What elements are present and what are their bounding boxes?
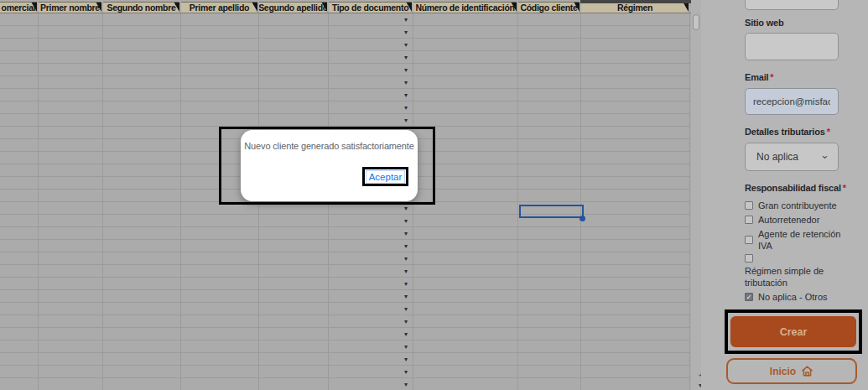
grid-row[interactable] <box>0 240 689 252</box>
required-asterisk: * <box>770 72 773 82</box>
dropdown-arrow-icon[interactable]: ▾ <box>402 205 410 212</box>
grid-row[interactable] <box>0 252 689 265</box>
dropdown-arrow-icon[interactable]: ▾ <box>402 382 410 388</box>
column-header[interactable]: Tipo de documento <box>329 2 412 13</box>
dropdown-arrow-icon[interactable]: ▾ <box>402 67 410 74</box>
previous-field[interactable] <box>745 0 839 10</box>
tax-details-label: Detalles tributarios* <box>745 127 830 137</box>
column-header[interactable]: Segundo nombre <box>103 2 179 13</box>
vertical-scrollbar[interactable] <box>691 0 701 390</box>
header-divider <box>0 13 701 13</box>
dropdown-arrow-icon[interactable]: ▾ <box>402 218 410 225</box>
dropdown-arrow-icon[interactable]: ▾ <box>402 294 410 300</box>
dropdown-arrow-icon[interactable]: ▾ <box>402 306 410 313</box>
grid-row[interactable] <box>0 341 689 353</box>
home-button-label: Inicio <box>770 366 796 377</box>
dropdown-arrow-icon[interactable]: ▾ <box>402 369 410 376</box>
fiscal-option: Régimen simple de tributación <box>745 254 857 289</box>
grid-row[interactable] <box>0 51 689 64</box>
email-label-text: Email <box>745 72 768 82</box>
email-input[interactable] <box>745 88 839 115</box>
fiscal-option: Agente de retención IVA <box>745 228 857 252</box>
required-asterisk: * <box>827 127 830 137</box>
grid-vline <box>689 13 690 390</box>
grid-row[interactable] <box>0 39 689 51</box>
column-header-label: Tipo de documento <box>332 3 409 13</box>
grid-row[interactable] <box>0 328 689 341</box>
accept-button[interactable]: Aceptar <box>366 170 406 184</box>
checkbox-unchecked[interactable] <box>745 254 753 263</box>
grid-row[interactable] <box>0 26 689 39</box>
checkbox-checked[interactable]: ✓ <box>745 293 753 301</box>
checkbox-unchecked[interactable] <box>745 201 753 210</box>
grid-row[interactable] <box>0 89 689 101</box>
header-notch-icon <box>511 2 517 12</box>
grid-row[interactable] <box>0 265 689 278</box>
column-header[interactable]: omercial <box>0 2 37 13</box>
fiscal-option: ✓No aplica - Otros <box>745 291 857 303</box>
scroll-down-icon[interactable]: ▾ <box>695 382 701 389</box>
home-icon <box>801 365 813 377</box>
grid-row[interactable] <box>0 114 689 127</box>
dropdown-arrow-icon[interactable]: ▾ <box>402 17 410 23</box>
grid-row[interactable] <box>0 227 689 240</box>
dropdown-arrow-icon[interactable]: ▾ <box>402 55 410 61</box>
fiscal-option-label: Régimen simple de tributación <box>745 265 829 289</box>
header-notch-icon <box>406 2 412 12</box>
dropdown-arrow-icon[interactable]: ▾ <box>402 319 410 325</box>
column-header[interactable]: Número de identificación <box>413 2 517 13</box>
fill-handle[interactable] <box>580 216 585 221</box>
column-header[interactable]: Segundo apellido <box>259 2 327 13</box>
grid-row[interactable] <box>0 278 689 290</box>
grid-row[interactable] <box>0 290 689 303</box>
grid-vline <box>517 13 518 390</box>
chevron-down-icon: ⌄ <box>820 148 829 161</box>
dropdown-arrow-icon[interactable]: ▾ <box>402 92 410 99</box>
column-header-label: Segundo nombre <box>107 3 175 13</box>
accept-button-annotation: Aceptar <box>362 167 408 186</box>
dialog-message: Nuevo cliente generado satisfactoriament… <box>241 141 418 151</box>
fiscal-option: Autorretenedor <box>745 214 857 226</box>
table-top-border <box>580 0 696 3</box>
grid-vline <box>38 13 39 390</box>
dropdown-arrow-icon[interactable]: ▾ <box>402 256 410 263</box>
grid-row[interactable] <box>0 101 689 114</box>
header-notch-icon <box>31 2 37 12</box>
grid-row[interactable] <box>0 76 689 89</box>
dropdown-arrow-icon[interactable]: ▾ <box>402 231 410 237</box>
column-header[interactable]: Primer apellido <box>181 2 257 13</box>
success-dialog: Nuevo cliente generado satisfactoriament… <box>241 130 418 201</box>
dropdown-arrow-icon[interactable]: ▾ <box>402 243 410 250</box>
grid-row[interactable] <box>0 378 689 390</box>
grid-row[interactable] <box>0 315 689 328</box>
column-header-label: Primer nombre <box>40 3 100 13</box>
grid-row[interactable] <box>0 366 689 378</box>
dropdown-arrow-icon[interactable]: ▾ <box>402 80 410 86</box>
website-input[interactable] <box>745 33 839 60</box>
grid-row[interactable] <box>0 64 689 76</box>
scrollbar-thumb[interactable] <box>693 14 699 30</box>
create-button[interactable]: Crear <box>730 316 856 347</box>
dropdown-arrow-icon[interactable]: ▾ <box>402 117 410 124</box>
dropdown-arrow-icon[interactable]: ▾ <box>402 268 410 275</box>
dropdown-arrow-icon[interactable]: ▾ <box>402 331 410 338</box>
website-label: Sitio web <box>745 18 783 28</box>
dropdown-arrow-icon[interactable]: ▾ <box>402 344 410 351</box>
column-header[interactable]: Código cliente <box>518 2 580 13</box>
column-header[interactable]: Primer nombre <box>39 2 101 13</box>
selected-cell[interactable] <box>519 205 584 218</box>
dropdown-arrow-icon[interactable]: ▾ <box>402 356 410 363</box>
dropdown-arrow-icon[interactable]: ▾ <box>402 42 410 49</box>
grid-row[interactable] <box>0 303 689 315</box>
dropdown-arrow-icon[interactable]: ▾ <box>402 105 410 112</box>
scroll-plus-icon[interactable]: + <box>695 372 701 379</box>
grid-row[interactable] <box>0 13 689 26</box>
checkbox-unchecked[interactable] <box>745 216 753 224</box>
home-button[interactable]: Inicio <box>726 358 857 384</box>
dropdown-arrow-icon[interactable]: ▾ <box>402 281 410 288</box>
checkbox-unchecked[interactable] <box>745 236 753 244</box>
grid-row[interactable] <box>0 215 689 227</box>
grid-row[interactable] <box>0 353 689 366</box>
tax-details-select[interactable]: No aplica ⌄ <box>745 143 839 171</box>
dropdown-arrow-icon[interactable]: ▾ <box>402 29 410 36</box>
